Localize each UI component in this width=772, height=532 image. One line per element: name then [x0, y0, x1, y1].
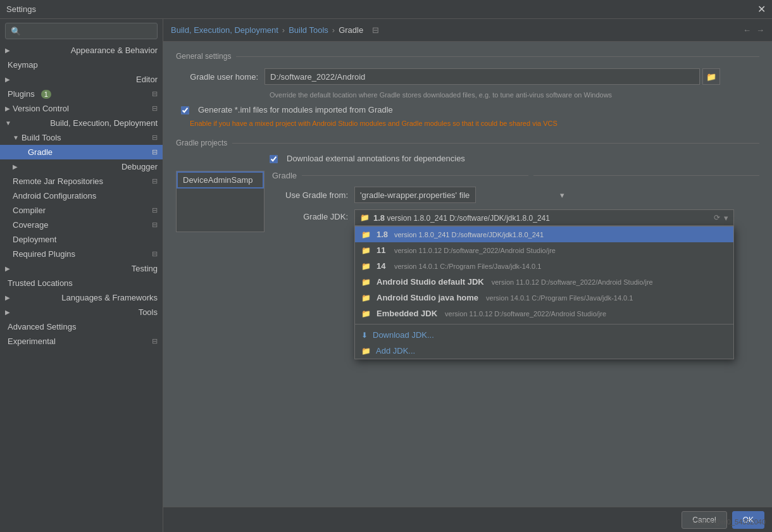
- sidebar-item-compiler[interactable]: Compiler ⊟: [0, 203, 163, 218]
- sidebar: ▶ Appearance & Behavior Keymap ▶ Editor …: [0, 19, 163, 532]
- sidebar-item-editor[interactable]: ▶ Editor: [0, 72, 163, 87]
- sidebar-item-label: Android Configurations: [13, 191, 96, 201]
- compiler-icon: ⊟: [152, 206, 158, 214]
- sidebar-item-label: Trusted Locations: [8, 278, 73, 288]
- projects-area: DeviceAdminSamp Gradle Use Gradle from:: [176, 171, 759, 232]
- breadcrumb-part1[interactable]: Build, Execution, Deployment: [171, 25, 278, 35]
- jdk-folder-icon: 📁: [360, 213, 370, 222]
- settings-panel: General settings Gradle user home: 📁 Ove…: [163, 42, 772, 507]
- sidebar-item-deployment[interactable]: Deployment: [0, 232, 163, 247]
- sidebar-item-build-exec[interactable]: ▼ Build, Execution, Deployment: [0, 116, 163, 130]
- jdk-option-version: Android Studio default JDK: [377, 277, 484, 287]
- jdk-action-add[interactable]: 📁 Add JDK...: [355, 343, 733, 359]
- sidebar-item-label: Remote Jar Repositories: [13, 176, 103, 186]
- required-plugins-icon: ⊟: [152, 250, 158, 258]
- iml-checkbox-row: Generate *.iml files for modules importe…: [176, 105, 759, 114]
- sidebar-item-required-plugins[interactable]: Required Plugins ⊟: [0, 247, 163, 261]
- jdk-action-download[interactable]: ⬇ Download JDK...: [355, 327, 733, 343]
- breadcrumb-part2[interactable]: Build Tools: [289, 25, 328, 35]
- sidebar-item-testing[interactable]: ▶ Testing: [0, 261, 163, 276]
- jdk-option-embedded[interactable]: 📁 Embedded JDK version 11.0.12 D:/softwa…: [355, 306, 733, 321]
- jdk-option-folder-icon: 📁: [361, 309, 371, 318]
- sidebar-item-android-config[interactable]: Android Configurations: [0, 189, 163, 203]
- jdk-action-add-label: Add JDK...: [376, 346, 415, 356]
- sidebar-item-advanced-settings[interactable]: Advanced Settings: [0, 319, 163, 334]
- plugins-badge: 1: [41, 90, 51, 99]
- nav-forward-icon[interactable]: →: [756, 25, 764, 35]
- gradle-user-home-input-container: 📁: [265, 68, 720, 85]
- main-content: ▶ Appearance & Behavior Keymap ▶ Editor …: [0, 19, 772, 532]
- sidebar-item-gradle[interactable]: Gradle ⊟: [0, 145, 163, 159]
- gradle-user-home-row: Gradle user home: 📁: [176, 68, 759, 85]
- close-button[interactable]: ✕: [757, 3, 766, 15]
- jdk-dropdown-container: 📁 1.8 version 1.8.0_241 D:/software/JDK/…: [354, 209, 734, 226]
- sidebar-item-remote-jar[interactable]: Remote Jar Repositories ⊟: [0, 174, 163, 189]
- sidebar-item-version-control[interactable]: ▶ Version Control ⊟: [0, 101, 163, 116]
- chevron-icon: ▶: [5, 294, 10, 301]
- sidebar-item-experimental[interactable]: Experimental ⊟: [0, 334, 163, 349]
- sidebar-item-trusted-locations[interactable]: Trusted Locations: [0, 276, 163, 290]
- chevron-icon: ▶: [5, 105, 10, 112]
- jdk-dropdown-arrow: ▾: [724, 213, 728, 223]
- sidebar-item-label: Required Plugins: [13, 249, 75, 259]
- project-list-item[interactable]: DeviceAdminSamp: [177, 171, 264, 189]
- version-control-icon: ⊟: [152, 104, 158, 113]
- sidebar-item-coverage[interactable]: Coverage ⊟: [0, 218, 163, 232]
- sidebar-item-plugins[interactable]: Plugins 1 ⊟: [0, 87, 163, 101]
- sidebar-item-build-tools[interactable]: ▼ Build Tools ⊟: [0, 130, 163, 145]
- use-gradle-from-dropdown[interactable]: 'gradle-wrapper.properties' file: [354, 187, 476, 203]
- jdk-option-1-8-highlighted[interactable]: 📁 1.8 version 1.8.0_241 D:/software/JDK/…: [355, 226, 733, 242]
- gradle-user-home-hint: Override the default location where Grad…: [270, 91, 759, 99]
- iml-checkbox[interactable]: [181, 106, 189, 114]
- sidebar-item-label: Keymap: [8, 60, 38, 70]
- jdk-option-11[interactable]: 📁 11 version 11.0.12 D:/software_2022/An…: [355, 242, 733, 258]
- jdk-option-version: 1.8: [377, 230, 389, 239]
- jdk-trigger-text: 1.8 version 1.8.0_241 D:/software/JDK/jd…: [373, 213, 710, 223]
- watermark: CSDN @m0_54352040: [692, 518, 766, 526]
- gradle-jdk-row: Gradle JDK: 📁 1.8 version 1.8.0_241 D:/s…: [272, 209, 759, 226]
- search-input[interactable]: [5, 23, 158, 39]
- right-panel: Build, Execution, Deployment › Build Too…: [163, 19, 772, 532]
- gradle-user-home-folder-button[interactable]: 📁: [702, 68, 720, 85]
- jdk-option-14[interactable]: 📁 14 version 14.0.1 C:/Program Files/Jav…: [355, 258, 733, 274]
- use-gradle-from-label: Use Gradle from:: [272, 190, 354, 200]
- nav-arrows: ← →: [743, 25, 764, 35]
- jdk-option-android-studio-default[interactable]: 📁 Android Studio default JDK version 11.…: [355, 274, 733, 290]
- settings-window: Settings ✕ ▶ Appearance & Behavior Keyma…: [0, 0, 772, 532]
- jdk-option-android-studio-java[interactable]: 📁 Android Studio java home version 14.0.…: [355, 290, 733, 306]
- jdk-option-folder-icon: 📁: [361, 246, 371, 255]
- chevron-icon: ▶: [5, 265, 10, 272]
- jdk-option-version: 11: [377, 245, 389, 255]
- sidebar-item-label: Build, Execution, Deployment: [50, 118, 158, 128]
- breadcrumb-sep2: ›: [332, 25, 335, 35]
- jdk-dropdown-list: 📁 1.8 version 1.8.0_241 D:/software/JDK/…: [354, 226, 734, 359]
- sidebar-item-label: Gradle: [28, 147, 53, 157]
- sidebar-item-label: Tools: [139, 307, 158, 317]
- gradle-jdk-label: Gradle JDK:: [272, 209, 354, 221]
- jdk-option-version: 14: [377, 261, 389, 271]
- chevron-icon: ▶: [5, 309, 10, 316]
- jdk-option-version: Android Studio java home: [377, 293, 478, 302]
- jdk-trigger[interactable]: 📁 1.8 version 1.8.0_241 D:/software/JDK/…: [354, 209, 734, 226]
- gradle-inner-label: Gradle: [272, 171, 759, 180]
- sidebar-item-appearance[interactable]: ▶ Appearance & Behavior: [0, 43, 163, 58]
- sidebar-item-label: Experimental: [8, 337, 56, 346]
- jdk-action-download-label: Download JDK...: [373, 330, 434, 340]
- jdk-divider: [355, 324, 733, 325]
- sidebar-item-label: Advanced Settings: [8, 322, 76, 331]
- add-icon: 📁: [361, 347, 371, 356]
- sidebar-item-tools[interactable]: ▶ Tools: [0, 305, 163, 319]
- project-list[interactable]: DeviceAdminSamp: [176, 171, 265, 232]
- nav-back-icon[interactable]: ←: [743, 25, 751, 35]
- sidebar-item-label: Languages & Frameworks: [61, 293, 158, 302]
- general-settings-label: General settings: [176, 52, 759, 61]
- chevron-icon: ▶: [5, 76, 10, 83]
- sidebar-item-languages[interactable]: ▶ Languages & Frameworks: [0, 290, 163, 305]
- annotations-checkbox[interactable]: [270, 155, 278, 163]
- jdk-spinner-icon: ⟳: [714, 213, 720, 222]
- gradle-user-home-input[interactable]: [265, 68, 700, 85]
- folder-icon: 📁: [706, 72, 716, 82]
- sidebar-item-keymap[interactable]: Keymap: [0, 58, 163, 72]
- sidebar-item-debugger[interactable]: ▶ Debugger: [0, 159, 163, 174]
- remote-jar-icon: ⊟: [152, 177, 158, 185]
